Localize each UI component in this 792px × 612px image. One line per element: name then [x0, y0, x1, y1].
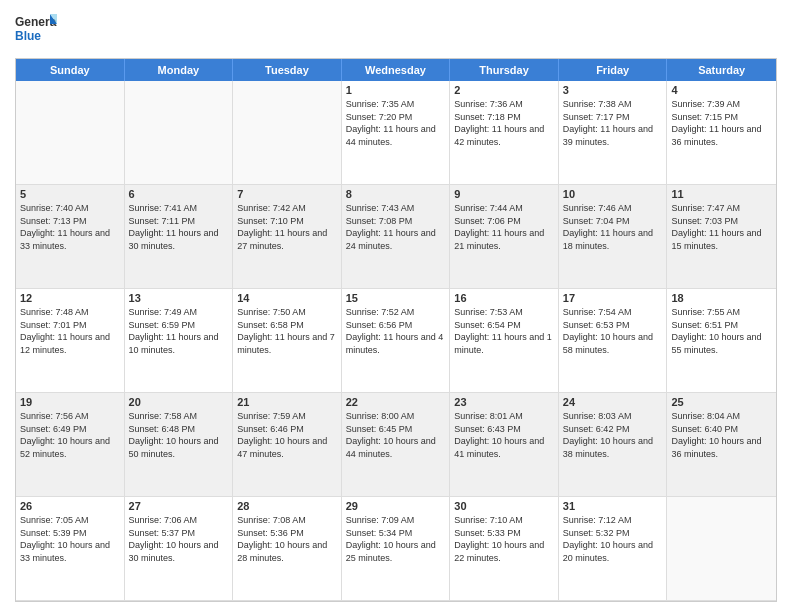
- weekday-header: Tuesday: [233, 59, 342, 81]
- day-number: 9: [454, 188, 554, 200]
- day-info: Sunrise: 7:49 AM Sunset: 6:59 PM Dayligh…: [129, 306, 229, 356]
- calendar-cell: 23Sunrise: 8:01 AM Sunset: 6:43 PM Dayli…: [450, 393, 559, 497]
- day-info: Sunrise: 8:04 AM Sunset: 6:40 PM Dayligh…: [671, 410, 772, 460]
- weekday-header: Monday: [125, 59, 234, 81]
- day-info: Sunrise: 7:09 AM Sunset: 5:34 PM Dayligh…: [346, 514, 446, 564]
- calendar-cell: 18Sunrise: 7:55 AM Sunset: 6:51 PM Dayli…: [667, 289, 776, 393]
- calendar-cell: 19Sunrise: 7:56 AM Sunset: 6:49 PM Dayli…: [16, 393, 125, 497]
- calendar-cell: 13Sunrise: 7:49 AM Sunset: 6:59 PM Dayli…: [125, 289, 234, 393]
- day-number: 29: [346, 500, 446, 512]
- day-info: Sunrise: 7:35 AM Sunset: 7:20 PM Dayligh…: [346, 98, 446, 148]
- calendar-cell: 5Sunrise: 7:40 AM Sunset: 7:13 PM Daylig…: [16, 185, 125, 289]
- weekday-header: Friday: [559, 59, 668, 81]
- calendar-cell: 20Sunrise: 7:58 AM Sunset: 6:48 PM Dayli…: [125, 393, 234, 497]
- day-number: 13: [129, 292, 229, 304]
- day-number: 16: [454, 292, 554, 304]
- day-number: 26: [20, 500, 120, 512]
- day-number: 27: [129, 500, 229, 512]
- calendar-cell: 31Sunrise: 7:12 AM Sunset: 5:32 PM Dayli…: [559, 497, 668, 601]
- calendar-cell: 14Sunrise: 7:50 AM Sunset: 6:58 PM Dayli…: [233, 289, 342, 393]
- day-number: 2: [454, 84, 554, 96]
- day-info: Sunrise: 7:56 AM Sunset: 6:49 PM Dayligh…: [20, 410, 120, 460]
- day-number: 4: [671, 84, 772, 96]
- header: General Blue: [15, 10, 777, 50]
- day-info: Sunrise: 7:52 AM Sunset: 6:56 PM Dayligh…: [346, 306, 446, 356]
- day-number: 5: [20, 188, 120, 200]
- logo: General Blue: [15, 10, 57, 50]
- day-info: Sunrise: 7:40 AM Sunset: 7:13 PM Dayligh…: [20, 202, 120, 252]
- day-info: Sunrise: 7:36 AM Sunset: 7:18 PM Dayligh…: [454, 98, 554, 148]
- day-info: Sunrise: 7:06 AM Sunset: 5:37 PM Dayligh…: [129, 514, 229, 564]
- day-info: Sunrise: 7:39 AM Sunset: 7:15 PM Dayligh…: [671, 98, 772, 148]
- calendar-cell: 9Sunrise: 7:44 AM Sunset: 7:06 PM Daylig…: [450, 185, 559, 289]
- calendar-cell: 10Sunrise: 7:46 AM Sunset: 7:04 PM Dayli…: [559, 185, 668, 289]
- calendar-cell: 12Sunrise: 7:48 AM Sunset: 7:01 PM Dayli…: [16, 289, 125, 393]
- calendar-cell: 21Sunrise: 7:59 AM Sunset: 6:46 PM Dayli…: [233, 393, 342, 497]
- day-number: 22: [346, 396, 446, 408]
- day-number: 12: [20, 292, 120, 304]
- day-number: 1: [346, 84, 446, 96]
- calendar-cell: 11Sunrise: 7:47 AM Sunset: 7:03 PM Dayli…: [667, 185, 776, 289]
- calendar-header: SundayMondayTuesdayWednesdayThursdayFrid…: [16, 59, 776, 81]
- day-number: 7: [237, 188, 337, 200]
- svg-text:Blue: Blue: [15, 29, 41, 43]
- calendar-cell: 15Sunrise: 7:52 AM Sunset: 6:56 PM Dayli…: [342, 289, 451, 393]
- calendar-cell: 30Sunrise: 7:10 AM Sunset: 5:33 PM Dayli…: [450, 497, 559, 601]
- day-info: Sunrise: 7:54 AM Sunset: 6:53 PM Dayligh…: [563, 306, 663, 356]
- weekday-header: Saturday: [667, 59, 776, 81]
- calendar-cell: 3Sunrise: 7:38 AM Sunset: 7:17 PM Daylig…: [559, 81, 668, 185]
- day-info: Sunrise: 7:10 AM Sunset: 5:33 PM Dayligh…: [454, 514, 554, 564]
- day-number: 31: [563, 500, 663, 512]
- day-info: Sunrise: 7:41 AM Sunset: 7:11 PM Dayligh…: [129, 202, 229, 252]
- calendar-cell: [667, 497, 776, 601]
- day-number: 14: [237, 292, 337, 304]
- calendar-cell: 4Sunrise: 7:39 AM Sunset: 7:15 PM Daylig…: [667, 81, 776, 185]
- day-info: Sunrise: 7:50 AM Sunset: 6:58 PM Dayligh…: [237, 306, 337, 356]
- weekday-header: Wednesday: [342, 59, 451, 81]
- calendar-body: 1Sunrise: 7:35 AM Sunset: 7:20 PM Daylig…: [16, 81, 776, 601]
- calendar-cell: [233, 81, 342, 185]
- day-number: 17: [563, 292, 663, 304]
- page: General Blue SundayMondayTuesdayWednesda…: [0, 0, 792, 612]
- day-number: 24: [563, 396, 663, 408]
- weekday-header: Thursday: [450, 59, 559, 81]
- weekday-header: Sunday: [16, 59, 125, 81]
- day-info: Sunrise: 7:55 AM Sunset: 6:51 PM Dayligh…: [671, 306, 772, 356]
- day-info: Sunrise: 7:44 AM Sunset: 7:06 PM Dayligh…: [454, 202, 554, 252]
- day-number: 25: [671, 396, 772, 408]
- calendar-cell: [16, 81, 125, 185]
- day-info: Sunrise: 7:48 AM Sunset: 7:01 PM Dayligh…: [20, 306, 120, 356]
- day-info: Sunrise: 7:12 AM Sunset: 5:32 PM Dayligh…: [563, 514, 663, 564]
- day-number: 6: [129, 188, 229, 200]
- calendar-cell: 16Sunrise: 7:53 AM Sunset: 6:54 PM Dayli…: [450, 289, 559, 393]
- day-info: Sunrise: 7:59 AM Sunset: 6:46 PM Dayligh…: [237, 410, 337, 460]
- day-number: 15: [346, 292, 446, 304]
- calendar-cell: 1Sunrise: 7:35 AM Sunset: 7:20 PM Daylig…: [342, 81, 451, 185]
- day-info: Sunrise: 7:38 AM Sunset: 7:17 PM Dayligh…: [563, 98, 663, 148]
- day-number: 20: [129, 396, 229, 408]
- day-info: Sunrise: 7:53 AM Sunset: 6:54 PM Dayligh…: [454, 306, 554, 356]
- day-info: Sunrise: 8:01 AM Sunset: 6:43 PM Dayligh…: [454, 410, 554, 460]
- calendar-cell: 8Sunrise: 7:43 AM Sunset: 7:08 PM Daylig…: [342, 185, 451, 289]
- day-info: Sunrise: 7:08 AM Sunset: 5:36 PM Dayligh…: [237, 514, 337, 564]
- day-info: Sunrise: 7:46 AM Sunset: 7:04 PM Dayligh…: [563, 202, 663, 252]
- day-number: 3: [563, 84, 663, 96]
- day-number: 21: [237, 396, 337, 408]
- calendar-cell: 25Sunrise: 8:04 AM Sunset: 6:40 PM Dayli…: [667, 393, 776, 497]
- day-number: 23: [454, 396, 554, 408]
- day-number: 18: [671, 292, 772, 304]
- day-info: Sunrise: 7:47 AM Sunset: 7:03 PM Dayligh…: [671, 202, 772, 252]
- day-info: Sunrise: 7:58 AM Sunset: 6:48 PM Dayligh…: [129, 410, 229, 460]
- calendar-cell: 27Sunrise: 7:06 AM Sunset: 5:37 PM Dayli…: [125, 497, 234, 601]
- calendar-cell: 26Sunrise: 7:05 AM Sunset: 5:39 PM Dayli…: [16, 497, 125, 601]
- day-number: 11: [671, 188, 772, 200]
- day-number: 10: [563, 188, 663, 200]
- calendar-cell: [125, 81, 234, 185]
- calendar-cell: 24Sunrise: 8:03 AM Sunset: 6:42 PM Dayli…: [559, 393, 668, 497]
- day-info: Sunrise: 8:00 AM Sunset: 6:45 PM Dayligh…: [346, 410, 446, 460]
- calendar-cell: 28Sunrise: 7:08 AM Sunset: 5:36 PM Dayli…: [233, 497, 342, 601]
- calendar-cell: 7Sunrise: 7:42 AM Sunset: 7:10 PM Daylig…: [233, 185, 342, 289]
- day-number: 28: [237, 500, 337, 512]
- day-info: Sunrise: 7:05 AM Sunset: 5:39 PM Dayligh…: [20, 514, 120, 564]
- day-number: 30: [454, 500, 554, 512]
